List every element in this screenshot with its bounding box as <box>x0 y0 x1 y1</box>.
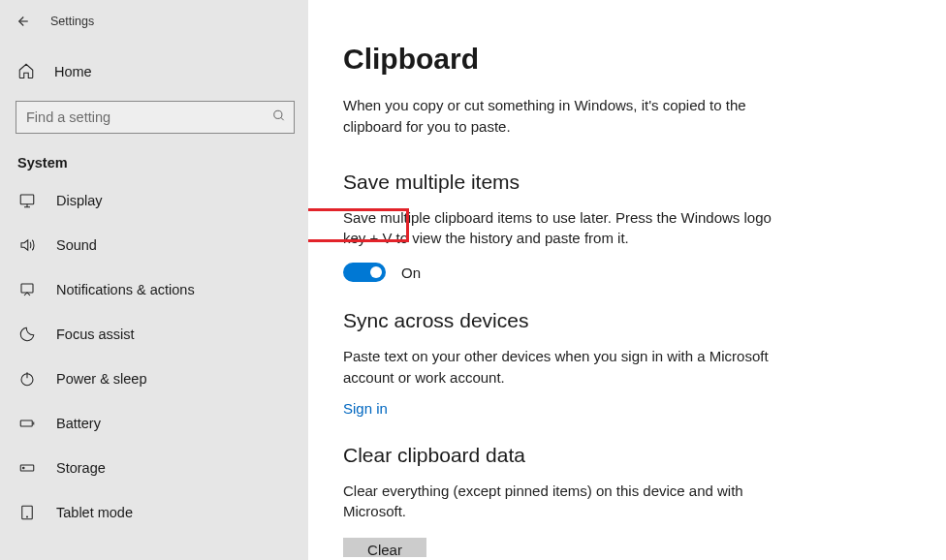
settings-content: Clipboard When you copy or cut something… <box>308 0 946 560</box>
svg-rect-1 <box>20 195 34 204</box>
clear-desc: Clear everything (except pinned items) o… <box>343 481 779 523</box>
back-button[interactable] <box>8 8 35 35</box>
sidebar-item-label: Battery <box>56 416 101 431</box>
save-items-desc: Save multiple clipboard items to use lat… <box>343 207 779 250</box>
sidebar-item-battery[interactable]: Battery <box>0 401 308 446</box>
sidebar-category-header: System <box>0 138 308 178</box>
sidebar-item-label: Display <box>56 193 103 208</box>
sidebar-item-label: Power & sleep <box>56 371 147 387</box>
focus-assist-icon <box>17 326 37 343</box>
sidebar-nav-list: Display Sound Notifications & actions Fo… <box>0 178 308 535</box>
svg-rect-4 <box>20 420 32 426</box>
svg-point-0 <box>274 110 282 118</box>
notifications-icon <box>17 281 37 298</box>
sidebar-item-storage[interactable]: Storage <box>0 446 308 490</box>
display-icon <box>17 192 37 209</box>
sidebar-item-display[interactable]: Display <box>0 178 308 223</box>
section-heading-clear: Clear clipboard data <box>343 444 911 467</box>
sidebar-item-home[interactable]: Home <box>0 50 308 93</box>
svg-rect-2 <box>21 284 33 293</box>
sound-icon <box>17 236 37 254</box>
clear-button-label: Clear <box>367 542 402 557</box>
home-label: Home <box>54 64 92 79</box>
sidebar-item-label: Notifications & actions <box>56 282 195 297</box>
sidebar-item-sound[interactable]: Sound <box>0 223 308 267</box>
sidebar-item-notifications[interactable]: Notifications & actions <box>0 267 308 312</box>
clear-button[interactable]: Clear <box>343 538 426 557</box>
sidebar-item-label: Focus assist <box>56 327 135 342</box>
search-icon <box>272 109 286 126</box>
settings-sidebar: Settings Home System Display Sound Notif… <box>0 0 308 560</box>
sidebar-item-label: Sound <box>56 237 97 253</box>
sidebar-item-label: Storage <box>56 460 106 476</box>
toggle-state-label: On <box>401 264 421 281</box>
section-heading-sync: Sync across devices <box>343 309 911 332</box>
storage-icon <box>17 459 37 477</box>
page-intro: When you copy or cut something in Window… <box>343 95 760 138</box>
sign-in-link[interactable]: Sign in <box>343 400 388 417</box>
search-box[interactable] <box>16 101 295 134</box>
arrow-left-icon <box>13 13 30 30</box>
sidebar-item-focus-assist[interactable]: Focus assist <box>0 312 308 357</box>
svg-point-8 <box>27 516 28 517</box>
save-items-toggle[interactable] <box>343 263 386 282</box>
home-icon <box>17 62 35 82</box>
toggle-knob <box>370 266 382 278</box>
page-title: Clipboard <box>343 43 911 76</box>
tablet-icon <box>17 504 37 521</box>
section-heading-save-items: Save multiple items <box>343 171 911 194</box>
sync-desc: Paste text on your other devices when yo… <box>343 346 779 389</box>
battery-icon <box>17 415 37 432</box>
app-title: Settings <box>50 15 94 28</box>
power-icon <box>17 370 37 388</box>
sidebar-item-label: Tablet mode <box>56 505 133 520</box>
svg-point-6 <box>23 467 25 469</box>
annotation-arrow-icon <box>308 314 316 372</box>
search-input[interactable] <box>16 102 294 133</box>
sidebar-item-tablet-mode[interactable]: Tablet mode <box>0 490 308 535</box>
sidebar-item-power-sleep[interactable]: Power & sleep <box>0 357 308 401</box>
